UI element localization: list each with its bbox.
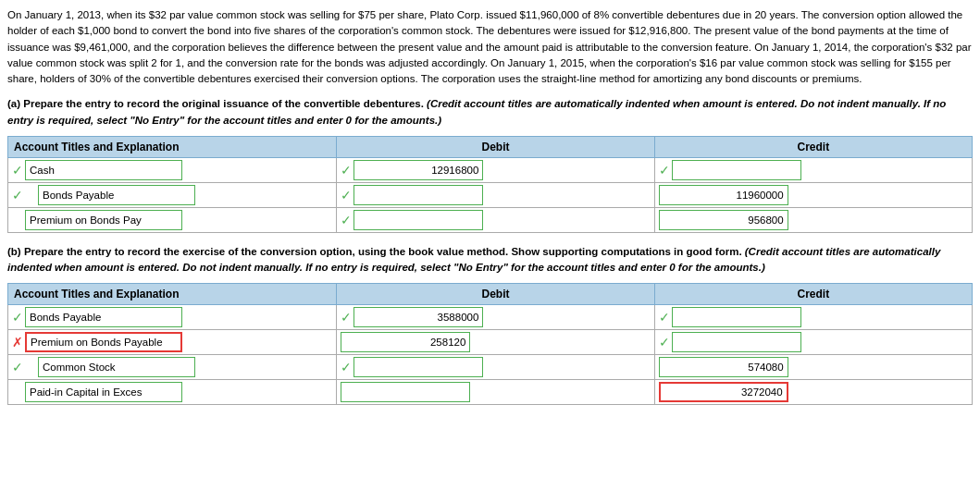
section-b-label: (b) Prepare the entry to record the exer… [7,244,973,276]
check-icon: ✓ [659,335,670,350]
check-icon: ✓ [341,163,352,178]
check-icon: ✓ [341,213,352,227]
debit-input[interactable] [354,185,483,205]
table-row: ✓ [8,207,973,232]
credit-input[interactable] [672,332,801,352]
col-account-b: Account Titles and Explanation [8,284,337,305]
table-row [8,380,973,405]
debit-input[interactable] [341,332,470,352]
check-icon: ✓ [341,360,352,374]
intro-paragraph: On January 1, 2013, when its $32 par val… [7,7,973,87]
debit-input[interactable] [341,382,470,402]
table-row: ✓✓✓ [8,157,973,182]
table-row: ✓✓ [8,355,973,380]
col-account-a: Account Titles and Explanation [8,136,337,157]
credit-input[interactable] [672,307,801,327]
check-icon: ✓ [12,188,23,202]
table-row: ✗✓ [8,330,973,355]
account-input[interactable] [38,185,195,205]
table-a: Account Titles and Explanation Debit Cre… [7,136,973,233]
check-icon: ✓ [341,188,352,202]
col-credit-a: Credit [654,136,972,157]
check-icon: ✓ [341,310,352,325]
col-credit-b: Credit [654,284,972,305]
check-icon: ✓ [659,310,670,325]
account-input[interactable] [25,307,182,327]
account-input[interactable] [25,210,182,230]
credit-input[interactable] [659,357,788,377]
table-row: ✓✓ [8,182,973,207]
check-icon: ✓ [12,310,23,325]
credit-input[interactable] [659,210,788,230]
col-debit-a: Debit [337,136,654,157]
check-icon: ✓ [659,163,670,178]
debit-input[interactable] [354,307,483,327]
section-a-label: (a) Prepare the entry to record the orig… [7,96,973,129]
account-input[interactable] [25,382,182,402]
x-icon: ✗ [12,335,23,350]
debit-input[interactable] [354,357,483,377]
check-icon: ✓ [12,360,23,374]
debit-input[interactable] [354,210,483,230]
col-debit-b: Debit [337,284,654,305]
account-input[interactable] [25,160,182,180]
table-row: ✓✓✓ [8,305,973,330]
credit-input[interactable] [659,382,788,402]
table-b: Account Titles and Explanation Debit Cre… [7,283,973,405]
credit-input[interactable] [672,160,801,180]
account-input[interactable] [25,332,182,352]
credit-input[interactable] [659,185,788,205]
check-icon: ✓ [12,163,23,178]
debit-input[interactable] [354,160,483,180]
account-input[interactable] [38,357,195,377]
